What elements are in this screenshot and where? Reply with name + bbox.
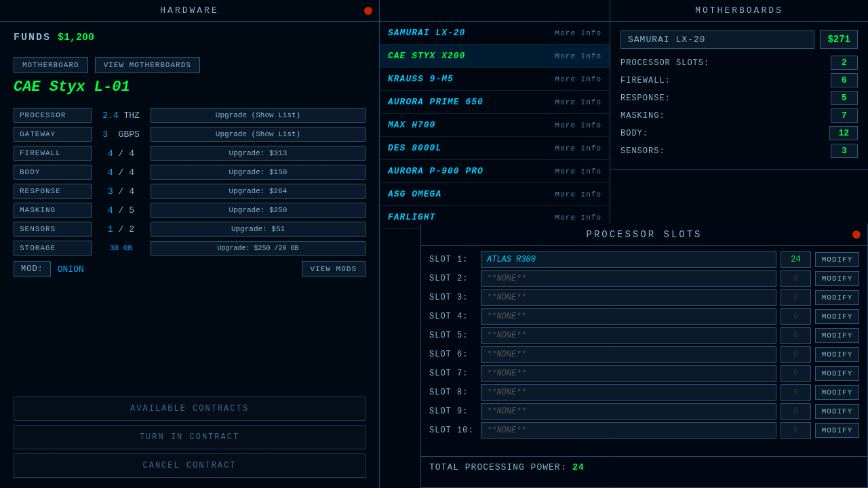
response-label-btn[interactable]: RESPONSE (14, 184, 92, 199)
processor-value: 2.4 THZ (96, 110, 146, 121)
stats-list: PROCESSOR 2.4 THZ Upgrade (Show List) GA… (14, 108, 366, 256)
motherboard-list-item[interactable]: AURORA P-900 PRO More Info (380, 160, 610, 183)
more-info-button[interactable]: More Info (555, 214, 601, 222)
motherboard-list-item[interactable]: AURORA PRIME 650 More Info (380, 91, 610, 114)
processor-slot-row: SLOT 8: **NONE** 0 MODIFY (429, 384, 859, 401)
motherboard-button[interactable]: MOTHERBOARD (14, 57, 88, 73)
motherboard-list-item-name: SAMURAI LX-20 (388, 28, 465, 38)
hardware-close-button[interactable] (364, 7, 372, 15)
mb-name-price-row: SAMURAI LX-20 $271 (620, 30, 858, 49)
processor-slot-row: SLOT 9: **NONE** 0 MODIFY (429, 403, 859, 420)
modify-slot-button[interactable]: MODIFY (815, 385, 859, 400)
view-mods-button[interactable]: View MODs (302, 261, 366, 277)
slot-power: 24 (781, 251, 811, 268)
response-upgrade-btn[interactable]: Upgrade: $264 (151, 184, 366, 199)
modify-slot-button[interactable]: MODIFY (815, 271, 859, 286)
storage-upgrade-btn[interactable]: Upgrade: $250 /20 GB (151, 241, 366, 256)
stat-row-storage: STORAGE 30 GB Upgrade: $250 /20 GB (14, 241, 366, 256)
modify-slot-button[interactable]: MODIFY (815, 347, 859, 362)
modify-slot-button[interactable]: MODIFY (815, 252, 859, 267)
slot-power: 0 (781, 365, 811, 382)
motherboard-list-item[interactable]: CAE STYX X200 More Info (380, 45, 610, 68)
processor-slot-row: SLOT 5: **NONE** 0 MODIFY (429, 327, 859, 344)
response-value: 3 / 4 (96, 186, 146, 197)
view-motherboards-button[interactable]: View Motherboards (95, 57, 200, 73)
more-info-button[interactable]: More Info (555, 190, 601, 199)
processor-upgrade-btn[interactable]: Upgrade (Show List) (151, 108, 366, 123)
mb-stat-value: 12 (829, 126, 858, 140)
available-contracts-btn[interactable]: AVAILABLE CONTRACTS (14, 396, 366, 421)
mb-stats-container: Processor Slots: 2 Firewall: 6 Response:… (620, 56, 858, 158)
modify-slot-button[interactable]: MODIFY (815, 404, 859, 419)
motherboard-list-item-name: DES 8000L (388, 143, 441, 153)
body-value: 4 / 4 (96, 167, 146, 178)
modify-slot-button[interactable]: MODIFY (815, 328, 859, 343)
masking-upgrade-btn[interactable]: Upgrade: $250 (151, 203, 366, 218)
motherboard-list-item[interactable]: DES 8000L More Info (380, 137, 610, 160)
processor-slot-row: SLOT 2: **NONE** 0 MODIFY (429, 270, 859, 287)
motherboard-list-item[interactable]: KRAUSS 9-M5 More Info (380, 68, 610, 91)
slot-power: 0 (781, 346, 811, 363)
current-motherboard-name: CAE Styx L-01 (14, 79, 366, 96)
slot-name: **NONE** (481, 403, 776, 420)
storage-label-btn[interactable]: STORAGE (14, 241, 92, 256)
more-info-button[interactable]: More Info (555, 75, 601, 83)
body-label-btn[interactable]: BODY (14, 165, 92, 180)
slot-label: SLOT 3: (429, 293, 477, 302)
processor-slots-title: Processor Slots (586, 229, 702, 240)
modify-slot-button[interactable]: MODIFY (815, 290, 859, 305)
motherboard-list-item-name: FARLIGHT (388, 212, 435, 222)
turn-in-contract-btn[interactable]: TURN IN CONTRACT (14, 425, 366, 449)
cancel-contract-btn[interactable]: CANCEL CONTRACT (14, 453, 366, 478)
gateway-label-btn[interactable]: GATEWAY (14, 127, 92, 142)
motherboard-info-content: SAMURAI LX-20 $271 Processor Slots: 2 Fi… (610, 22, 868, 170)
motherboards-info-title: Motherboards (610, 0, 868, 22)
more-info-button[interactable]: More Info (555, 167, 601, 176)
funds-label: FUNDS (14, 32, 51, 43)
slot-power: 0 (781, 327, 811, 344)
processor-slot-row: SLOT 7: **NONE** 0 MODIFY (429, 365, 859, 382)
motherboard-list-item[interactable]: ASG OMEGA More Info (380, 183, 610, 206)
modify-slot-button[interactable]: MODIFY (815, 423, 859, 438)
slot-name: **NONE** (481, 346, 776, 363)
more-info-button[interactable]: More Info (555, 98, 601, 106)
slot-power: 0 (781, 422, 811, 439)
motherboard-list-item-name: MAX H700 (388, 120, 435, 130)
more-info-button[interactable]: More Info (555, 144, 601, 152)
slot-label: SLOT 1: (429, 255, 477, 264)
motherboard-list-item[interactable]: MAX H700 More Info (380, 114, 610, 137)
masking-label-btn[interactable]: MASKING (14, 203, 92, 218)
processor-label-btn[interactable]: PROCESSOR (14, 108, 92, 123)
slot-power: 0 (781, 308, 811, 325)
mod-label: MOD: (14, 261, 51, 277)
firewall-value: 4 / 4 (96, 148, 146, 159)
body-upgrade-btn[interactable]: Upgrade: $150 (151, 165, 366, 180)
motherboard-list-item-name: AURORA PRIME 650 (388, 97, 484, 107)
processor-slots-close-button[interactable] (852, 230, 861, 239)
mb-stat-row: Sensors: 3 (620, 144, 858, 158)
mb-stat-label: Processor Slots: (620, 58, 709, 68)
sensors-upgrade-btn[interactable]: Upgrade: $51 (151, 222, 366, 237)
slot-label: SLOT 5: (429, 331, 477, 340)
mb-price: $271 (820, 30, 858, 49)
more-info-button[interactable]: More Info (555, 29, 601, 37)
gateway-upgrade-btn[interactable]: Upgrade (Show List) (151, 127, 366, 142)
processor-slot-row: SLOT 1: ATLAS R300 24 MODIFY (429, 251, 859, 268)
masking-value: 4 / 5 (96, 205, 146, 216)
motherboard-list-item-name: AURORA P-900 PRO (388, 166, 484, 176)
sensors-label-btn[interactable]: SENSORS (14, 222, 92, 237)
stat-row-firewall: FIREWALL 4 / 4 Upgrade: $313 (14, 146, 366, 161)
modify-slot-button[interactable]: MODIFY (815, 366, 859, 381)
firewall-upgrade-btn[interactable]: Upgrade: $313 (151, 146, 366, 161)
more-info-button[interactable]: More Info (555, 121, 601, 129)
mb-stat-label: Body: (620, 129, 648, 138)
mb-stat-row: Response: 5 (620, 91, 858, 105)
mb-stat-row: Processor Slots: 2 (620, 56, 858, 70)
motherboard-list-item[interactable]: SAMURAI LX-20 More Info (380, 22, 610, 45)
stat-row-processor: PROCESSOR 2.4 THZ Upgrade (Show List) (14, 108, 366, 123)
more-info-button[interactable]: More Info (555, 52, 601, 60)
processor-slot-row: SLOT 3: **NONE** 0 MODIFY (429, 289, 859, 306)
modify-slot-button[interactable]: MODIFY (815, 309, 859, 324)
firewall-label-btn[interactable]: FIREWALL (14, 146, 92, 161)
hardware-title: Hardware (160, 5, 218, 16)
